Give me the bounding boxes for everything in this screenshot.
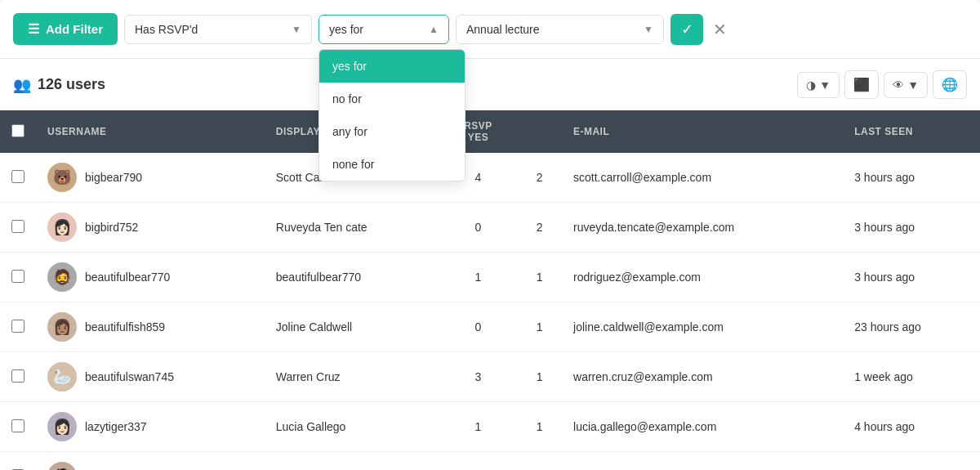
event-filter-arrow: ▼ — [644, 24, 653, 35]
row-username-cell: 🐻 bigbear790 — [36, 153, 265, 203]
username: beautifulbear770 — [85, 271, 170, 284]
visibility-arrow: ▼ — [907, 78, 919, 92]
users-bar: 👥 126 users ◑ ▼ ⬛ 👁 ▼ 🌐 — [0, 59, 980, 110]
header-checkbox-col — [0, 110, 36, 153]
row-username-cell: 👩🏻 lazytiger337 — [36, 402, 265, 452]
row-rsvp-no: 1 — [517, 452, 562, 471]
event-filter-value: Annual lecture — [466, 23, 540, 36]
row-email: scott.carroll@example.com — [562, 153, 843, 203]
row-checkbox-cell — [0, 253, 36, 302]
row-checkbox[interactable] — [11, 220, 24, 233]
condition-filter-select[interactable]: yes for ▲ — [318, 15, 449, 44]
table-row: 🧔 beautifulbear770 beautifulbear770 1 1 … — [0, 253, 980, 302]
dropdown-item-no-for[interactable]: no for — [319, 83, 465, 115]
row-display-name: Ruveyda Ten cate — [265, 203, 439, 253]
row-last-seen: 3 weeks ago — [843, 452, 980, 471]
avatar: 🐻 — [47, 163, 77, 192]
export-button[interactable]: ⬛ — [844, 70, 879, 99]
row-username-cell: 👩🏽 beautifulfish859 — [36, 302, 265, 352]
condition-filter-arrow: ▲ — [429, 24, 439, 35]
select-all-checkbox[interactable] — [11, 124, 24, 137]
row-rsvp-no: 2 — [517, 203, 562, 253]
row-checkbox-cell — [0, 452, 36, 471]
row-last-seen: 1 week ago — [843, 352, 980, 402]
rsvp-filter-value: Has RSVP'd — [135, 23, 198, 36]
row-display-name: Lucia Gallego — [265, 402, 439, 452]
event-filter-select[interactable]: Annual lecture ▼ — [456, 15, 664, 44]
export-icon: ⬛ — [853, 78, 870, 92]
avatar: 🧔🏿 — [47, 462, 77, 470]
close-icon: ✕ — [713, 20, 727, 38]
row-rsvp-yes: 0 — [439, 302, 518, 352]
header-email: E-MAIL — [562, 110, 843, 153]
row-checkbox-cell — [0, 302, 36, 352]
row-email: ruveyda.tencate@example.com — [562, 203, 843, 253]
add-filter-button[interactable]: ☰ Add Filter — [13, 13, 118, 45]
row-checkbox[interactable] — [11, 270, 24, 283]
confirm-filter-button[interactable]: ✓ — [670, 14, 703, 45]
row-rsvp-no: 2 — [517, 153, 562, 203]
row-display-name: beautifulbear770 — [265, 253, 439, 302]
row-rsvp-no: 1 — [517, 402, 562, 452]
row-checkbox[interactable] — [11, 419, 24, 432]
avatar: 👩🏻 — [47, 213, 77, 242]
header-last-seen: LAST SEEN — [843, 110, 980, 153]
header-username: USERNAME — [36, 110, 265, 153]
row-checkbox-cell — [0, 352, 36, 402]
table-row: 🦢 beautifulswan745 Warren Cruz 3 1 warre… — [0, 352, 980, 402]
row-username-cell: 🧔🏿 yellowdog113 — [36, 452, 265, 471]
row-rsvp-yes: 0 — [439, 452, 518, 471]
users-count: 👥 126 users — [13, 76, 105, 94]
row-email: lucia.gallego@example.com — [562, 402, 843, 452]
username: beautifulfish859 — [85, 320, 165, 333]
row-checkbox[interactable] — [11, 170, 24, 183]
row-checkbox-cell — [0, 402, 36, 452]
row-display-name: Warren Cruz — [265, 352, 439, 402]
table-row: 👩🏻 lazytiger337 Lucia Gallego 1 1 lucia.… — [0, 402, 980, 452]
table-row: 🧔🏿 yellowdog113 Jesse Prescott 0 1 jesse… — [0, 452, 980, 471]
row-rsvp-yes: 3 — [439, 352, 518, 402]
row-email: rodriguez@example.com — [562, 253, 843, 302]
row-email: warren.cruz@example.com — [562, 352, 843, 402]
row-checkbox[interactable] — [11, 320, 24, 333]
users-table-wrapper: USERNAME DISPLAY NAME RSVPYES E-MAIL LAS… — [0, 110, 980, 470]
row-last-seen: 23 hours ago — [843, 302, 980, 352]
close-filter-button[interactable]: ✕ — [710, 16, 730, 43]
row-email: joline.caldwell@example.com — [562, 302, 843, 352]
visibility-button[interactable]: 👁 ▼ — [884, 72, 928, 98]
username: lazytiger337 — [85, 420, 147, 433]
toolbar-icons: ◑ ▼ ⬛ 👁 ▼ 🌐 — [797, 70, 967, 99]
table-row: 👩🏽 beautifulfish859 Joline Caldwell 0 1 … — [0, 302, 980, 352]
filter-bar: ☰ Add Filter Has RSVP'd ▼ yes for ▲ Annu… — [0, 0, 980, 59]
users-table: USERNAME DISPLAY NAME RSVPYES E-MAIL LAS… — [0, 110, 980, 470]
row-last-seen: 4 hours ago — [843, 402, 980, 452]
dropdown-item-none-for[interactable]: none for — [319, 148, 465, 181]
row-last-seen: 3 hours ago — [843, 253, 980, 302]
rsvp-filter-select[interactable]: Has RSVP'd ▼ — [124, 15, 312, 44]
row-rsvp-no: 1 — [517, 352, 562, 402]
dropdown-item-any-for[interactable]: any for — [319, 115, 465, 148]
chart-button[interactable]: ◑ ▼ — [797, 72, 840, 98]
row-email: jesse.prescott@example.com — [562, 452, 843, 471]
row-display-name: Joline Caldwell — [265, 302, 439, 352]
row-checkbox[interactable] — [11, 369, 24, 383]
header-rsvp-no — [517, 110, 562, 153]
row-last-seen: 3 hours ago — [843, 203, 980, 253]
row-checkbox-cell — [0, 153, 36, 203]
add-filter-label: Add Filter — [46, 22, 103, 36]
global-button[interactable]: 🌐 — [933, 70, 967, 99]
checkmark-icon: ✓ — [681, 20, 693, 38]
condition-filter-value: yes for — [329, 23, 363, 36]
row-username-cell: 👩🏻 bigbird752 — [36, 203, 265, 253]
table-row: 👩🏻 bigbird752 Ruveyda Ten cate 0 2 ruvey… — [0, 203, 980, 253]
row-username-cell: 🧔 beautifulbear770 — [36, 253, 265, 302]
avatar: 🧔 — [47, 262, 77, 292]
table-row: 🐻 bigbear790 Scott Carroll 4 2 scott.car… — [0, 153, 980, 203]
eye-icon: 👁 — [893, 78, 904, 92]
row-display-name: Jesse Prescott — [265, 452, 439, 471]
filter-icon: ☰ — [28, 21, 39, 37]
row-last-seen: 3 hours ago — [843, 153, 980, 203]
condition-dropdown: yes for no for any for none for — [318, 49, 466, 181]
row-rsvp-no: 1 — [517, 302, 562, 352]
dropdown-item-yes-for[interactable]: yes for — [319, 50, 465, 83]
